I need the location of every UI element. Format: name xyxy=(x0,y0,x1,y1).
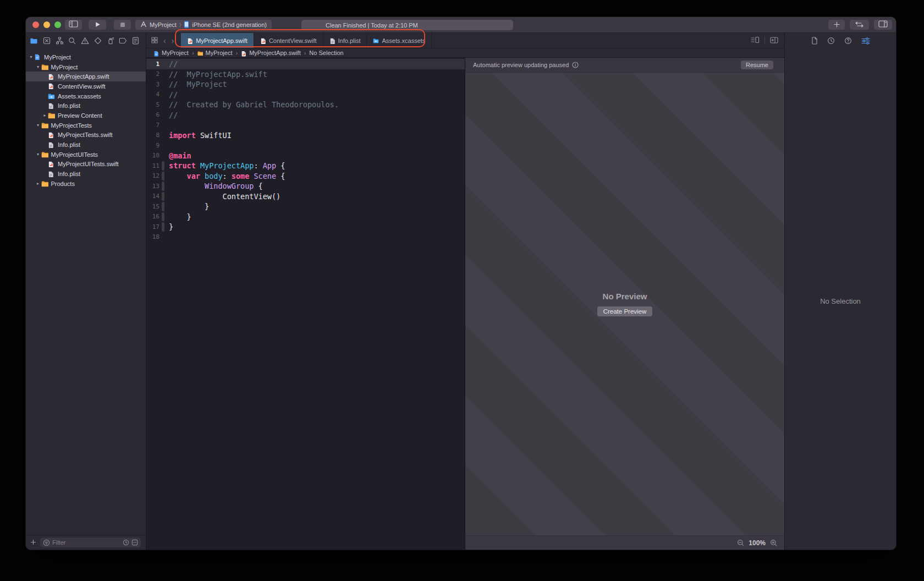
tree-item-myprojecttests[interactable]: ▾MyProjectTests xyxy=(26,120,146,130)
stop-button[interactable] xyxy=(114,20,131,30)
editor-tab-myprojectapp-swift[interactable]: MyProjectApp.swift xyxy=(181,33,254,48)
play-icon xyxy=(95,20,101,30)
tree-item-myprojecttests-swift[interactable]: MyProjectTests.swift xyxy=(26,130,146,140)
tree-item-myprojectuitests[interactable]: ▾MyProjectUITests xyxy=(26,150,146,160)
tree-item-myproject[interactable]: ▾MyProject xyxy=(26,52,146,62)
resume-button[interactable]: Resume xyxy=(741,61,773,69)
tree-item-products[interactable]: ▸Products xyxy=(26,179,146,189)
navigator-tab-breakpoints[interactable] xyxy=(119,37,127,44)
navigator-tab-issues[interactable] xyxy=(81,37,89,45)
navigator-tab-symbols[interactable] xyxy=(56,37,64,45)
tree-item-preview-content[interactable]: ▸Preview Content xyxy=(26,111,146,120)
swift-file-icon xyxy=(48,131,55,139)
library-button[interactable] xyxy=(828,20,845,30)
zoom-out-icon[interactable] xyxy=(737,539,744,546)
run-button[interactable] xyxy=(89,20,106,30)
tree-item-assets-xcassets[interactable]: Assets.xcassets xyxy=(26,91,146,101)
tree-item-label: Assets.xcassets xyxy=(58,93,101,100)
line-number: 7 xyxy=(146,122,161,129)
disclosure-triangle[interactable]: ▾ xyxy=(35,152,41,157)
tree-item-myproject[interactable]: ▾MyProject xyxy=(26,62,146,72)
code-line-16[interactable]: 16 } xyxy=(146,212,465,222)
code-line-11[interactable]: 11struct MyProjectApp: App { xyxy=(146,161,465,171)
disclosure-triangle[interactable]: ▾ xyxy=(35,64,41,69)
breadcrumb-myproject[interactable]: MyProject xyxy=(197,50,233,56)
toolbar-right-group xyxy=(828,20,896,30)
editor-tab-assets-xcassets[interactable]: Assets.xcassets xyxy=(367,33,432,48)
code-line-4[interactable]: 4// xyxy=(146,90,465,100)
window-controls xyxy=(26,21,61,28)
breadcrumb-myprojectapp-swift[interactable]: MyProjectApp.swift xyxy=(241,50,301,56)
disclosure-triangle[interactable]: ▸ xyxy=(35,181,41,186)
tree-item-myprojectapp-swift[interactable]: MyProjectApp.swift xyxy=(26,72,146,81)
project-navigator-tree: ▾MyProject▾MyProjectMyProjectApp.swiftCo… xyxy=(26,48,146,535)
tree-item-myprojectuitests-swift[interactable]: MyProjectUITests.swift xyxy=(26,160,146,169)
plist-file-icon xyxy=(329,37,336,44)
disclosure-triangle[interactable]: ▸ xyxy=(42,113,48,118)
code-line-18[interactable]: 18 xyxy=(146,232,465,243)
navigator-tab-find[interactable] xyxy=(68,37,76,45)
scm-status-filter-icon[interactable] xyxy=(131,539,138,546)
navigator-tab-project[interactable] xyxy=(30,37,38,45)
go-back-button[interactable]: ‹ xyxy=(163,37,166,45)
source-editor[interactable]: 1//2// MyProjectApp.swift3// MyProject4/… xyxy=(146,58,465,550)
code-line-17[interactable]: 17} xyxy=(146,222,465,232)
tree-item-info-plist[interactable]: Info.plist xyxy=(26,169,146,179)
tree-item-contentview-swift[interactable]: ContentView.swift xyxy=(26,81,146,91)
go-forward-button[interactable]: › xyxy=(172,37,174,45)
navigator-tab-source-control[interactable] xyxy=(43,37,51,45)
navigator-tab-tests[interactable] xyxy=(94,37,102,45)
code-line-3[interactable]: 3// MyProject xyxy=(146,79,465,90)
jump-bar[interactable]: MyProject›MyProject›MyProjectApp.swift›N… xyxy=(146,48,784,58)
line-number: 12 xyxy=(146,172,161,179)
filter-field[interactable]: Filter xyxy=(40,538,141,547)
code-line-7[interactable]: 7 xyxy=(146,120,465,130)
inspector-tab-file[interactable] xyxy=(811,37,818,45)
tree-item-label: MyProjectApp.swift xyxy=(58,73,109,80)
code-line-12[interactable]: 12 var body: some Scene { xyxy=(146,171,465,182)
disclosure-triangle[interactable]: ▾ xyxy=(35,123,41,128)
tree-item-info-plist[interactable]: Info.plist xyxy=(26,140,146,150)
code-line-1[interactable]: 1// xyxy=(146,59,465,69)
disclosure-triangle[interactable]: ▾ xyxy=(28,54,34,59)
code-line-14[interactable]: 14 ContentView() xyxy=(146,191,465,202)
code-line-5[interactable]: 5// Created by Gabriel Theodoropoulos. xyxy=(146,100,465,110)
navigator-tab-reports[interactable] xyxy=(132,37,139,45)
add-editor-icon[interactable] xyxy=(770,36,778,46)
navigator-toggle-button[interactable] xyxy=(65,20,82,30)
recent-files-icon[interactable] xyxy=(123,539,129,546)
close-window-button[interactable] xyxy=(32,21,39,28)
editor-tab-info-plist[interactable]: Info.plist xyxy=(323,33,367,48)
inspector-tab-quick-help[interactable] xyxy=(844,37,852,45)
editor-tab-contentview-swift[interactable]: ContentView.swift xyxy=(254,33,323,48)
add-file-button[interactable] xyxy=(30,538,36,547)
scheme-selector[interactable]: MyProject 〉 iPhone SE (2nd generation) xyxy=(135,20,272,30)
zoom-in-icon[interactable] xyxy=(770,539,777,546)
code-line-6[interactable]: 6// xyxy=(146,110,465,120)
inspector-tab-history[interactable] xyxy=(827,37,835,45)
breadcrumb-no-selection[interactable]: No Selection xyxy=(309,50,343,56)
code-line-13[interactable]: 13 WindowGroup { xyxy=(146,181,465,191)
editor-options-icon[interactable] xyxy=(751,36,760,46)
code-line-8[interactable]: 8import SwiftUI xyxy=(146,130,465,141)
line-number: 13 xyxy=(146,183,161,190)
inspector-tab-attributes[interactable] xyxy=(861,37,870,45)
code-line-10[interactable]: 10@main xyxy=(146,151,465,161)
tree-item-info-plist[interactable]: Info.plist xyxy=(26,101,146,111)
fold-ribbon xyxy=(161,130,165,141)
code-line-2[interactable]: 2// MyProjectApp.swift xyxy=(146,69,465,80)
info-icon[interactable] xyxy=(572,62,579,68)
fold-ribbon xyxy=(161,161,165,171)
minimize-window-button[interactable] xyxy=(43,21,50,28)
zoom-level[interactable]: 100% xyxy=(749,539,766,547)
code-line-15[interactable]: 15 } xyxy=(146,201,465,212)
code-line-9[interactable]: 9 xyxy=(146,140,465,151)
breadcrumb-myproject[interactable]: MyProject xyxy=(153,50,189,56)
create-preview-button[interactable]: Create Preview xyxy=(597,306,653,316)
related-items-icon[interactable] xyxy=(151,36,158,46)
zoom-window-button[interactable] xyxy=(54,21,61,28)
inspectors-toggle-button[interactable] xyxy=(874,20,892,30)
navigator-tab-debug[interactable] xyxy=(107,37,114,45)
code-review-button[interactable] xyxy=(850,20,869,30)
folder-file-icon xyxy=(41,63,48,70)
